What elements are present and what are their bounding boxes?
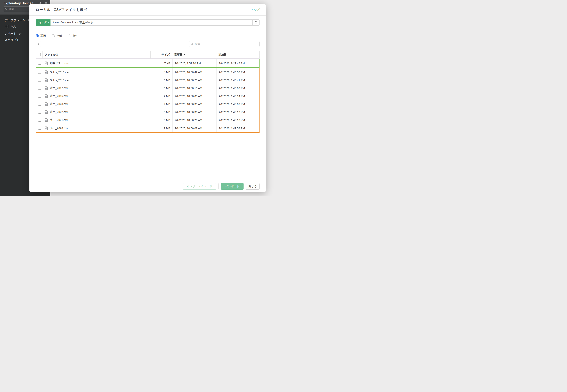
csv-file-icon: CSV [45,102,48,106]
orange-highlight-group: CSVSales_2019.csv 4 MB 2/2/2026, 10:58:4… [36,68,260,133]
csv-file-icon: CSV [45,78,48,82]
radio-circle [36,34,39,37]
file-table: ファイル名 サイズ 変更日▼ 追加日 CSV顧客リスト.csv 7 KB 2/2… [36,51,260,133]
row-checkbox[interactable] [38,87,41,90]
row-checkbox[interactable] [38,71,41,74]
column-header-filename[interactable]: ファイル名 [43,51,151,58]
import-merge-button[interactable]: インポート & マージ [183,183,216,190]
table-row[interactable]: CSV注文_2023.csv 4 MB 2/2/2026, 10:56:39 A… [36,100,259,108]
table-row[interactable]: CSV売上_2021.csv 3 MB 2/2/2026, 10:56:20 A… [36,116,259,124]
svg-text:CSV: CSV [45,64,47,64]
radio-label: 条件 [73,34,78,38]
radio-circle [68,34,71,37]
table-grid-icon [5,25,8,28]
column-header-added[interactable]: 追加日 [216,51,259,58]
radio-all[interactable]: 全部 [52,34,62,38]
dialog-header: ローカル - CSVファイルを選択 ヘルプ [29,4,266,16]
table-row[interactable]: CSVSales_2018.csv 3 MB 2/2/2026, 10:58:2… [36,76,259,84]
csv-file-icon: CSV [45,61,48,65]
file-search-input[interactable] [189,41,260,47]
help-link[interactable]: ヘルプ [251,8,260,12]
row-checkbox[interactable] [38,103,41,106]
green-highlight-group: CSV顧客リスト.csv 7 KB 2/2/2026, 1:52:20 PM 2… [36,59,260,68]
sidebar-item-label: スクリプト [4,38,19,42]
column-header-modified[interactable]: 変更日▼ [172,51,216,58]
refresh-icon [254,21,258,25]
csv-file-icon: CSV [45,94,48,98]
refresh-button[interactable] [252,19,260,26]
table-row[interactable]: CSV顧客リスト.csv 7 KB 2/2/2026, 1:52:20 PM 2… [36,59,259,67]
search-icon [5,8,8,11]
svg-text:CSV: CSV [45,72,47,73]
folder-button-label: フォルダ [36,21,47,24]
dialog-title: ローカル - CSVファイルを選択 [36,7,251,12]
radio-circle [52,34,55,37]
csv-file-icon: CSV [45,110,48,114]
csv-import-dialog: ローカル - CSVファイルを選択 ヘルプ フォルダ ▼ 選択 全部 条件 [29,4,266,192]
sidebar-item-label: 注文 [11,25,16,28]
table-row[interactable]: CSV売上_2020.csv 2 MB 2/2/2026, 10:56:09 A… [36,124,259,132]
footer-divider [29,179,266,179]
row-checkbox[interactable] [38,79,41,82]
svg-text:CSV: CSV [45,112,47,113]
radio-label: 全部 [57,34,62,38]
sidebar-item-label: レポート [4,32,16,36]
csv-file-icon: CSV [45,118,48,122]
row-checkbox[interactable] [38,62,41,65]
file-search [189,41,260,47]
row-checkbox[interactable] [38,95,41,98]
svg-text:CSV: CSV [45,128,47,129]
sidebar-item-label: データフレーム [4,18,25,22]
svg-text:CSV: CSV [45,88,47,89]
close-button[interactable]: 閉じる [246,183,260,190]
table-header-row: ファイル名 サイズ 変更日▼ 追加日 [36,51,260,59]
table-row[interactable]: CSV注文_2016.csv 2 MB 2/2/2026, 10:58:09 A… [36,92,259,100]
csv-file-icon: CSV [45,126,48,130]
footer-vertical-divider [218,183,219,189]
table-row[interactable]: CSV注文_2017.csv 3 MB 2/2/2026, 10:58:19 A… [36,84,259,92]
column-header-size[interactable]: サイズ [151,51,172,58]
select-all-checkbox[interactable] [38,53,41,56]
row-checkbox[interactable] [38,119,41,122]
row-checkbox[interactable] [38,111,41,114]
sort-caret-icon: ▼ [184,54,186,56]
folder-dropdown-button[interactable]: フォルダ ▼ [36,19,50,26]
sort-desc-icon[interactable] [19,32,22,35]
dialog-footer: インポート & マージ インポート 閉じる [183,183,260,190]
file-filter-radios: 選択 全部 条件 [36,34,84,38]
caret-down-icon: ▼ [48,22,50,24]
radio-condition[interactable]: 条件 [68,34,78,38]
svg-text:CSV: CSV [45,120,47,121]
row-checkbox[interactable] [38,127,41,130]
back-button[interactable] [36,41,41,47]
search-icon [190,42,193,46]
svg-text:CSV: CSV [45,80,47,81]
csv-file-icon: CSV [45,86,48,90]
svg-text:CSV: CSV [45,96,47,97]
folder-path-input[interactable] [50,19,253,26]
csv-file-icon: CSV [45,70,48,74]
table-row[interactable]: CSVSales_2019.csv 4 MB 2/2/2026, 10:58:4… [36,68,259,76]
folder-path-group: フォルダ ▼ [36,19,260,26]
radio-select[interactable]: 選択 [36,34,46,38]
radio-label: 選択 [40,34,46,38]
chevron-left-icon [37,43,40,45]
import-button[interactable]: インポート [221,183,244,190]
table-row[interactable]: CSV注文_2022.csv 3 MB 2/2/2026, 10:56:30 A… [36,108,259,116]
svg-text:CSV: CSV [45,104,47,105]
